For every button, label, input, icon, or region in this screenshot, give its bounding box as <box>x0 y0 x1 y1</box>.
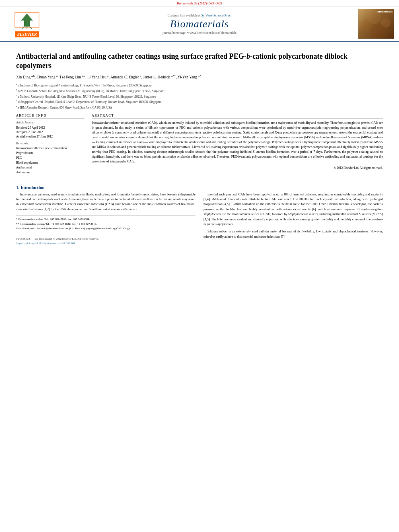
bottom-bar: 0142-9612/$ — see front matter © 2012 El… <box>16 235 195 246</box>
sciverse-link[interactable]: SciVerse ScienceDirect <box>202 14 232 17</box>
header-left: ELSEVIER <box>5 10 49 37</box>
keyword-3: PEG <box>16 156 84 160</box>
keyword-2: Polycarbonate <box>16 151 84 156</box>
keyword-5: Antibacterial <box>16 165 84 170</box>
available-date: Available online 27 June 2012 <box>16 134 84 139</box>
abstract-text: Intravascular catheter-associated infect… <box>92 121 383 164</box>
affiliation-c: c c National University Hospital, 1E Ken… <box>16 93 383 99</box>
sciverse-line: Contents lists available at SciVerse Sci… <box>49 14 350 17</box>
elsevier-tree-icon <box>13 10 41 31</box>
affiliation-b: b b NUS Graduate School for Integrative … <box>16 88 383 93</box>
footnote-1: * Corresponding author. Tel.: +65 682471… <box>16 217 195 222</box>
footnote-2: ** Corresponding author. Tel.: +1 408 92… <box>16 222 195 226</box>
introduction-heading: 1. Introduction <box>16 185 383 190</box>
keywords-list: Intravascular catheter-associated infect… <box>16 146 84 175</box>
keyword-6: Antifouling <box>16 170 84 175</box>
section-title-text: Introduction <box>21 185 45 190</box>
affiliation-d: d d Singapore General Hospital, Block 8 … <box>16 99 383 104</box>
doi-line[interactable]: http://dx.doi.org/10.1016/j.biomaterials… <box>16 241 195 246</box>
section-divider <box>16 180 383 180</box>
article-dates: Received 25 April 2012 Accepted 2 June 2… <box>16 125 84 139</box>
header-right: Biomaterials <box>350 9 394 39</box>
history-label: Article history: <box>16 121 84 124</box>
keyword-1: Intravascular catheter-associated infect… <box>16 146 84 151</box>
article-info-col: Article Info Article history: Received 2… <box>16 114 84 175</box>
accepted-date: Accepted 2 June 2012 <box>16 130 84 134</box>
footnote-email: E-mail addresses: hedrick@almaden.ibm.co… <box>16 226 195 231</box>
intro-para-2: inserted each year and CAIs have been re… <box>204 192 383 227</box>
copyright-line: © 2012 Elsevier Ltd. All rights reserved… <box>92 166 383 170</box>
abstract-col: Abstract Intravascular catheter-associat… <box>92 114 383 175</box>
intro-col-1: Intravascular catheters, used mainly to … <box>16 192 195 246</box>
main-content: Antibacterial and antifouling catheter c… <box>0 42 399 249</box>
affiliation-e: e e IBM Almaden Research Center, 650 Har… <box>16 104 383 110</box>
abstract-heading: Abstract <box>92 114 383 119</box>
top-citation-bar: Biomaterials 33 (2012) 6593–6603 <box>0 0 399 6</box>
introduction-body: Intravascular catheters, used mainly to … <box>16 192 383 246</box>
elsevier-logo-area: ELSEVIER <box>5 10 49 37</box>
journal-homepage: journal homepage: www.elsevier.com/locat… <box>49 31 350 35</box>
issn-line: 0142-9612/$ — see front matter © 2012 El… <box>16 237 195 241</box>
citation-text: Biomaterials 33 (2012) 6593–6603 <box>177 2 222 5</box>
title-italic-b: b <box>247 52 250 60</box>
article-info-heading: Article Info <box>16 114 84 119</box>
author-1: Xin Ding a,b, Chuan Yang a, Tze Peng Lim… <box>16 75 201 79</box>
info-abstract-section: Article Info Article history: Received 2… <box>16 114 383 175</box>
intro-col-2: inserted each year and CAIs have been re… <box>204 192 383 246</box>
affiliations: a a Institute of Bioengineering and Nano… <box>16 82 383 110</box>
journal-title: Biomaterials <box>49 18 350 30</box>
keywords-label: Keywords: <box>16 142 84 145</box>
journal-header-center: Contents lists available at SciVerse Sci… <box>49 14 350 35</box>
journal-header: ELSEVIER Contents lists available at Sci… <box>0 6 399 42</box>
keyword-4: Block copolymers <box>16 160 84 165</box>
biomaterials-logo-box: Biomaterials <box>358 9 394 39</box>
footnotes: * Corresponding author. Tel.: +65 682471… <box>16 215 195 231</box>
intro-para-3: Silicone rubber is an extensively used c… <box>204 229 383 239</box>
svg-point-7 <box>381 18 391 27</box>
biomaterials-logo-text: Biomaterials <box>377 10 393 13</box>
sciverse-text: Contents lists available at <box>168 14 201 17</box>
affiliation-a: a a Institute of Bioengineering and Nano… <box>16 82 383 88</box>
authors-line: Xin Ding a,b, Chuan Yang a, Tze Peng Lim… <box>16 74 383 80</box>
intro-para-1: Intravascular catheters, used mainly to … <box>16 192 195 212</box>
received-date: Received 25 April 2012 <box>16 125 84 130</box>
title-text-before: Antibacterial and antifouling catheter c… <box>16 52 247 60</box>
elsevier-wordmark: ELSEVIER <box>15 31 39 37</box>
article-title: Antibacterial and antifouling catheter c… <box>16 52 383 71</box>
logo-texture <box>358 9 394 39</box>
section-number: 1. <box>16 185 19 190</box>
